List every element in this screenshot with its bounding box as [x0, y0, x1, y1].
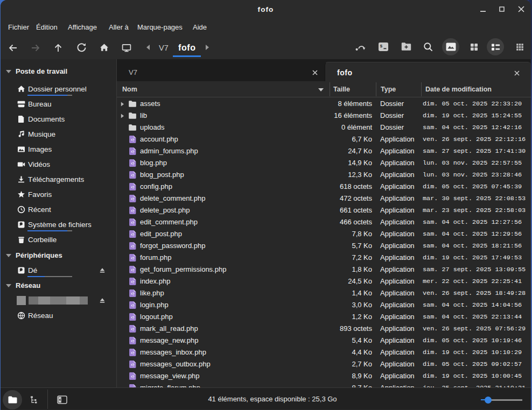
svg-text:$: $: [380, 44, 383, 48]
